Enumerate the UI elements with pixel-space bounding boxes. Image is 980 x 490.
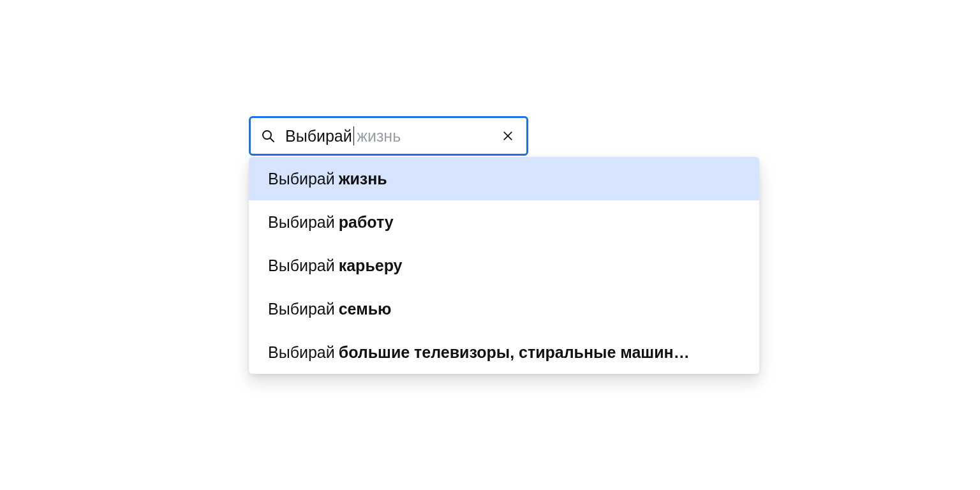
search-input-hint: жизнь [357,127,401,145]
suggestions-dropdown: Выбирай жизнь Выбирай работу Выбирай кар… [249,157,759,374]
suggestion-prefix: Выбирай [268,343,335,362]
suggestion-prefix: Выбирай [268,170,335,188]
suggestion-item[interactable]: Выбирай карьеру [249,244,759,287]
suggestion-completion: работу [339,213,394,232]
text-caret [353,126,355,145]
suggestion-prefix: Выбирай [268,213,335,232]
suggestion-item[interactable]: Выбирай семью [249,287,759,330]
suggestion-item[interactable]: Выбирай жизнь [249,157,759,200]
svg-line-1 [271,138,274,142]
suggestion-completion: карьеру [339,256,403,275]
suggestion-completion: семью [339,300,392,318]
suggestion-prefix: Выбирай [268,256,335,275]
suggestion-completion: жизнь [339,170,387,188]
suggestion-item[interactable]: Выбирай работу [249,200,759,244]
suggestion-completion: большие телевизоры, стиральные машин… [339,343,690,362]
search-input[interactable]: Выбирай жизнь [285,118,498,154]
clear-button[interactable] [498,126,517,145]
search-icon [260,128,276,144]
suggestion-prefix: Выбирай [268,300,335,318]
close-icon [501,130,514,142]
search-field[interactable]: Выбирай жизнь [249,116,528,156]
svg-point-0 [263,131,271,139]
suggestion-item[interactable]: Выбирай большие телевизоры, стиральные м… [249,330,759,374]
search-input-value: Выбирай [285,127,352,145]
